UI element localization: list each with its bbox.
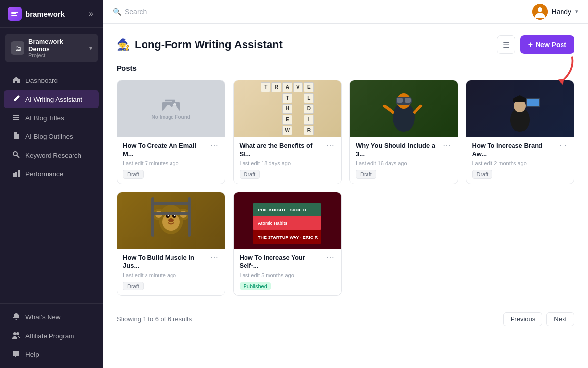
- svg-text:Atomic Habits: Atomic Habits: [258, 221, 288, 226]
- card-menu-button[interactable]: ⋯: [209, 142, 219, 150]
- card-meta: Last edit 18 days ago: [240, 160, 336, 166]
- svg-text:PHIL KNIGHT · SHOE D: PHIL KNIGHT · SHOE D: [258, 208, 307, 212]
- card-title: What are the Benefits of Sl...: [240, 142, 324, 158]
- sidebar-item-label: AI Blog Outlines: [25, 133, 73, 140]
- post-card[interactable]: How To Build Muscle In Jus... ⋯ Last edi…: [117, 192, 225, 296]
- post-card[interactable]: Why You Should Include a 3... ⋯ Last edi…: [349, 80, 458, 184]
- svg-rect-8: [13, 173, 15, 177]
- card-title: How To Increase Brand Aw...: [472, 142, 557, 158]
- sidebar-item-keyword-research[interactable]: Keyword Research: [4, 146, 99, 164]
- status-badge: Draft: [123, 282, 144, 290]
- svg-rect-2: [11, 15, 17, 16]
- sidebar-item-label: Keyword Research: [25, 152, 81, 159]
- previous-button[interactable]: Previous: [503, 312, 543, 326]
- list-view-button[interactable]: ☰: [497, 35, 515, 54]
- project-selector[interactable]: 🗂 Bramework Demos Project ▾: [5, 34, 98, 62]
- people-icon: [12, 331, 21, 341]
- no-image-text: No Image Found: [152, 114, 190, 120]
- sidebar-item-affiliate[interactable]: Affiliate Program: [4, 327, 99, 345]
- project-icon: 🗂: [11, 41, 24, 55]
- posts-grid: No Image Found How To Create An Email M.…: [117, 80, 574, 296]
- sidebar-item-ai-writing[interactable]: AI Writing Assistant: [4, 90, 99, 108]
- sidebar-header: bramework »: [0, 0, 103, 28]
- next-button[interactable]: Next: [546, 312, 574, 326]
- post-card[interactable]: T R A V E T L H D: [233, 80, 342, 184]
- username: Handy: [552, 8, 571, 16]
- pagination-bar: Showing 1 to 6 of 6 results Previous Nex…: [117, 304, 574, 334]
- page-header: 🧙 Long-Form Writing Assistant ☰ + New Po…: [117, 35, 574, 54]
- sidebar: bramework » 🗂 Bramework Demos Project ▾ …: [0, 0, 103, 368]
- svg-rect-5: [13, 119, 19, 120]
- status-badge: Draft: [472, 170, 493, 179]
- page-emoji: 🧙: [117, 38, 130, 51]
- post-card[interactable]: No Image Found How To Create An Email M.…: [117, 80, 225, 184]
- content-area: 🧙 Long-Form Writing Assistant ☰ + New Po…: [103, 24, 588, 368]
- sidebar-collapse-button[interactable]: »: [87, 7, 95, 20]
- post-card[interactable]: THE STARTUP WAY · ERIC R Atomic Habits P…: [233, 192, 342, 296]
- project-name: Bramework Demos: [28, 38, 85, 53]
- svg-rect-4: [13, 117, 19, 118]
- user-area[interactable]: Handy ▾: [532, 4, 578, 20]
- chat-icon: [12, 350, 21, 359]
- logo-text: bramework: [25, 10, 65, 18]
- svg-rect-50: [151, 202, 191, 205]
- new-post-button[interactable]: + New Post: [520, 35, 574, 54]
- page-title: Long-Form Writing Assistant: [135, 38, 283, 51]
- pagination-buttons: Previous Next: [503, 312, 574, 326]
- chevron-down-icon: ▾: [575, 8, 578, 15]
- status-badge: Published: [240, 282, 271, 290]
- chart-icon: [12, 169, 21, 179]
- svg-point-12: [16, 332, 19, 335]
- card-menu-button[interactable]: ⋯: [442, 142, 452, 150]
- search-area[interactable]: 🔍 Search: [113, 8, 147, 16]
- svg-point-11: [13, 332, 16, 335]
- card-title: How To Build Muscle In Jus...: [123, 254, 207, 270]
- card-image: [466, 80, 574, 137]
- svg-rect-31: [513, 99, 527, 102]
- sidebar-item-label: AI Writing Assistant: [25, 96, 82, 103]
- sidebar-item-help[interactable]: Help: [4, 345, 99, 364]
- svg-line-28: [415, 106, 421, 112]
- card-meta: Last edit a minute ago: [123, 272, 219, 278]
- sidebar-item-label: Dashboard: [25, 77, 58, 84]
- card-title: How To Create An Email M...: [123, 142, 207, 158]
- sidebar-item-label: Performance: [25, 170, 63, 178]
- nav-main: Dashboard AI Writing Assistant AI Blog T…: [0, 68, 103, 303]
- svg-marker-32: [512, 95, 528, 99]
- no-image-icon: [161, 98, 181, 112]
- card-menu-button[interactable]: ⋯: [325, 254, 335, 262]
- svg-rect-26: [405, 98, 411, 103]
- sidebar-item-dashboard[interactable]: Dashboard: [4, 72, 99, 90]
- sidebar-item-label: What's New: [25, 314, 61, 321]
- svg-rect-10: [18, 170, 20, 177]
- svg-rect-0: [11, 12, 18, 13]
- plus-icon: +: [528, 40, 533, 49]
- card-image: T R A V E T L H D: [234, 80, 342, 137]
- card-menu-button[interactable]: ⋯: [209, 254, 219, 262]
- main-content: 🔍 Search Handy ▾ 🧙 Long-Form Writing Ass…: [103, 0, 588, 368]
- sidebar-item-ai-blog-titles[interactable]: AI Blog Titles: [4, 109, 99, 127]
- status-badge: Draft: [240, 170, 260, 179]
- card-title: Why You Should Include a 3...: [356, 142, 440, 158]
- sidebar-item-ai-blog-outlines[interactable]: AI Blog Outlines: [4, 128, 99, 146]
- header-actions: ☰ + New Post: [497, 35, 574, 54]
- svg-rect-36: [527, 99, 539, 106]
- svg-rect-9: [15, 172, 17, 177]
- sidebar-item-label: Help: [25, 351, 39, 358]
- sidebar-item-performance[interactable]: Performance: [4, 165, 99, 183]
- search-placeholder: Search: [125, 8, 147, 16]
- card-menu-button[interactable]: ⋯: [558, 142, 568, 150]
- document-icon: [12, 132, 21, 141]
- post-card[interactable]: How To Increase Brand Aw... ⋯ Last edit …: [466, 80, 575, 184]
- svg-point-6: [13, 152, 17, 156]
- logo: bramework: [8, 7, 65, 21]
- sidebar-item-whats-new[interactable]: What's New: [4, 308, 99, 326]
- card-meta: Last edit 5 months ago: [240, 272, 336, 278]
- card-meta: Last edit 16 days ago: [356, 160, 452, 166]
- svg-rect-51: [151, 212, 191, 215]
- card-image: [350, 80, 458, 137]
- card-menu-button[interactable]: ⋯: [325, 142, 335, 150]
- svg-rect-3: [13, 115, 19, 116]
- topbar: 🔍 Search Handy ▾: [103, 0, 588, 24]
- svg-point-14: [538, 7, 542, 12]
